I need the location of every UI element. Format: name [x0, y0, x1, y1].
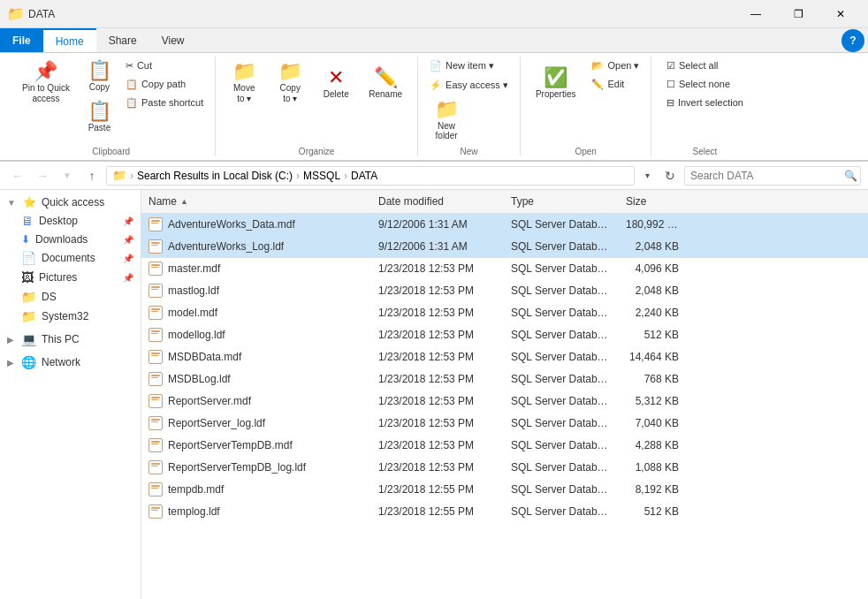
pin-to-quick-access-button[interactable]: 📌 Pin to Quickaccess [14, 57, 78, 110]
table-row[interactable]: ReportServerTempDB.mdf 1/23/2018 12:53 P… [141, 435, 868, 457]
table-row[interactable]: ReportServerTempDB_log.ldf 1/23/2018 12:… [141, 457, 868, 479]
ds-label: DS [42, 291, 57, 303]
file-size: 2,240 KB [619, 305, 689, 321]
sidebar-item-downloads[interactable]: ⬇ Downloads 📌 [0, 231, 141, 248]
paste-shortcut-button[interactable]: 📋 Paste shortcut [121, 94, 208, 111]
properties-button[interactable]: ✅ Properties [528, 57, 584, 110]
up-button[interactable]: ↑ [81, 165, 103, 186]
search-input[interactable] [684, 166, 861, 186]
file-date: 1/23/2018 12:53 PM [371, 327, 504, 343]
desktop-icon: 🖥 [21, 214, 34, 228]
col-header-date[interactable]: Date modified [371, 193, 504, 209]
help-button[interactable]: ? [841, 29, 864, 52]
cut-button[interactable]: ✂ Cut [121, 57, 208, 74]
file-type: SQL Server Databa... [504, 239, 619, 254]
table-row[interactable]: AdventureWorks_Log.ldf 9/12/2006 1:31 AM… [141, 236, 868, 258]
col-header-name[interactable]: Name ▲ [141, 193, 371, 209]
delete-button[interactable]: ✕ Delete [315, 57, 357, 110]
easy-access-button[interactable]: ⚡ Easy access ▾ [425, 76, 513, 94]
paste-button[interactable]: 📋 Paste [81, 97, 118, 137]
file-type: SQL Server Databa... [504, 371, 619, 387]
invert-selection-button[interactable]: ⊟ Invert selection [662, 94, 748, 111]
sort-arrow-name: ▲ [180, 197, 188, 206]
close-button[interactable]: ✕ [820, 0, 861, 28]
table-row[interactable]: modellog.ldf 1/23/2018 12:53 PM SQL Serv… [141, 324, 868, 346]
file-icon [148, 394, 163, 408]
sidebar-item-system32[interactable]: 📁 System32 [0, 307, 141, 326]
table-row[interactable]: tempdb.mdf 1/23/2018 12:55 PM SQL Server… [141, 479, 868, 501]
pin-icon: 📌 [34, 62, 57, 81]
move-to-button[interactable]: 📁 Moveto ▾ [223, 57, 265, 110]
delete-icon: ✕ [328, 68, 344, 87]
pin-indicator: 📌 [123, 216, 133, 226]
file-size: 14,464 KB [619, 349, 689, 365]
select-all-label: Select all [679, 60, 719, 71]
new-folder-button[interactable]: 📁 Newfolder [425, 95, 468, 145]
tab-view[interactable]: View [149, 28, 197, 52]
table-row[interactable]: templog.ldf 1/23/2018 12:55 PM SQL Serve… [141, 501, 868, 523]
open-icon: 📂 [591, 60, 604, 72]
paste-shortcut-icon: 📋 [126, 97, 138, 109]
select-none-button[interactable]: ☐ Select none [662, 75, 748, 93]
col-header-size[interactable]: Size [619, 193, 689, 209]
table-row[interactable]: ReportServer.mdf 1/23/2018 12:53 PM SQL … [141, 390, 868, 413]
file-icon [148, 262, 163, 276]
clipboard-content: 📌 Pin to Quickaccess 📋 Copy 📋 Paste ✂ Cu… [14, 57, 208, 145]
sidebar-item-quick-access[interactable]: ▼ ⭐ Quick access [0, 193, 141, 211]
file-icon [148, 306, 163, 320]
tab-share[interactable]: Share [96, 28, 149, 52]
search-button[interactable]: 🔍 [844, 170, 857, 182]
window-icon: 📁 [7, 5, 25, 22]
tab-home[interactable]: Home [43, 28, 96, 52]
sidebar-item-pictures[interactable]: 🖼 Pictures 📌 [0, 268, 141, 287]
copy-path-button[interactable]: 📋 Copy path [121, 75, 208, 93]
table-row[interactable]: AdventureWorks_Data.mdf 9/12/2006 1:31 A… [141, 214, 868, 236]
sidebar-item-thispc[interactable]: ▶ 💻 This PC [0, 330, 141, 349]
new-item-button[interactable]: 📄 New item ▾ [425, 57, 513, 74]
network-expand-icon: ▶ [7, 358, 14, 368]
clipboard-small-btns: 📋 Copy 📋 Paste [81, 57, 118, 137]
table-row[interactable]: mastlog.ldf 1/23/2018 12:53 PM SQL Serve… [141, 280, 868, 302]
easy-access-icon: ⚡ [430, 80, 442, 91]
maximize-button[interactable]: ❐ [778, 0, 819, 28]
back-button[interactable]: ← [7, 165, 28, 186]
file-type: SQL Server Databa... [504, 415, 619, 431]
address-dropdown-button[interactable]: ▾ [638, 166, 656, 186]
file-date: 1/23/2018 12:53 PM [371, 437, 504, 453]
table-row[interactable]: MSDBLog.ldf 1/23/2018 12:53 PM SQL Serve… [141, 368, 868, 390]
minimize-button[interactable]: — [735, 0, 776, 28]
open-button[interactable]: 📂 Open ▾ [587, 57, 643, 74]
quick-access-icon: ⭐ [23, 196, 36, 209]
title-bar: 📁 DATA — ❐ ✕ [0, 0, 868, 28]
refresh-button[interactable]: ↻ [659, 165, 681, 186]
open-label: Open [575, 147, 596, 156]
rename-label: Rename [369, 89, 402, 99]
ribbon-group-new: 📄 New item ▾ ⚡ Easy access ▾ 📁 Newfolder… [418, 57, 521, 156]
sidebar-item-documents[interactable]: 📄 Documents 📌 [0, 248, 141, 268]
invert-label: Invert selection [678, 97, 743, 108]
recent-locations-button[interactable]: ▼ [57, 165, 78, 186]
file-size: 512 KB [619, 327, 689, 343]
address-path[interactable]: 📁 › Search Results in Local Disk (C:) › … [106, 166, 635, 186]
table-row[interactable]: ReportServer_log.ldf 1/23/2018 12:53 PM … [141, 413, 868, 435]
rename-button[interactable]: ✏️ Rename [361, 57, 410, 110]
table-row[interactable]: MSDBData.mdf 1/23/2018 12:53 PM SQL Serv… [141, 346, 868, 368]
copy-to-button[interactable]: 📁 Copyto ▾ [269, 57, 311, 110]
col-header-type[interactable]: Type [504, 193, 619, 209]
file-icon [148, 372, 163, 386]
copy-button[interactable]: 📋 Copy [81, 57, 118, 96]
sidebar-item-desktop[interactable]: 🖥 Desktop 📌 [0, 211, 141, 231]
clipboard-label: Clipboard [92, 147, 130, 156]
edit-button[interactable]: ✏️ Edit [587, 75, 643, 93]
sidebar-item-network[interactable]: ▶ 🌐 Network [0, 353, 141, 372]
pin-indicator-docs: 📌 [123, 254, 133, 263]
table-row[interactable]: master.mdf 1/23/2018 12:53 PM SQL Server… [141, 258, 868, 280]
sidebar-item-ds[interactable]: 📁 DS [0, 287, 141, 307]
forward-button[interactable]: → [32, 165, 53, 186]
copy-label: Copy [89, 82, 110, 92]
pin-indicator-pics: 📌 [123, 273, 133, 283]
file-date: 1/23/2018 12:53 PM [371, 393, 504, 409]
select-all-button[interactable]: ☑ Select all [662, 57, 748, 74]
table-row[interactable]: model.mdf 1/23/2018 12:53 PM SQL Server … [141, 302, 868, 324]
tab-file[interactable]: File [0, 28, 43, 52]
